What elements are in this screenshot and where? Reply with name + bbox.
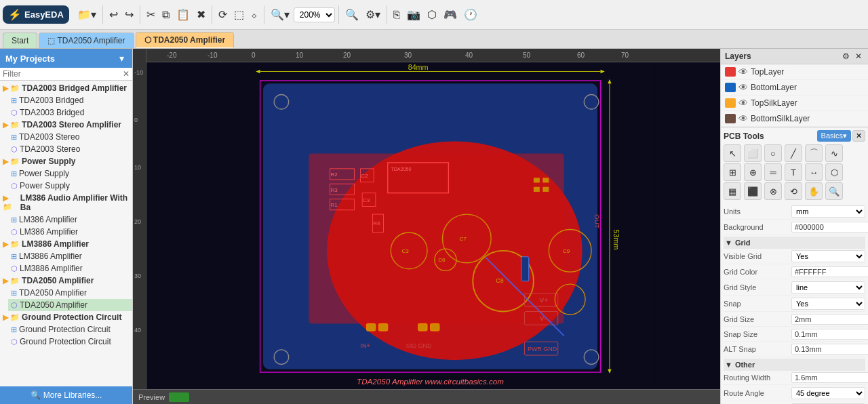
tree-item[interactable]: ⊞Power Supply [8, 167, 132, 180]
tab-tda2050-schematic[interactable]: ⬚ TDA2050 Amplifier [39, 33, 134, 48]
tool-drc[interactable]: ⬡ [825, 163, 843, 181]
export-button[interactable]: ⬡ [425, 7, 439, 22]
tab-start[interactable]: Start [3, 33, 37, 48]
align-button[interactable]: ⬦ [248, 7, 260, 22]
tool-arc[interactable]: ⌒ [805, 144, 823, 162]
tree-item[interactable]: ⊞LM386 Amplifier [8, 214, 132, 226]
tool-line[interactable]: ╱ [785, 144, 802, 162]
pcb-tools-dropdown-button[interactable]: Basics▾ [817, 130, 851, 142]
settings-button[interactable]: ⚙▾ [363, 7, 383, 22]
layer-row-top[interactable]: 👁 TopLayer [721, 64, 868, 80]
tool-track[interactable]: ═ [764, 163, 782, 181]
tab-tda2050-pcb[interactable]: ⬡ TDA2050 Amplifier [136, 32, 235, 48]
tool-hand[interactable]: ✋ [805, 182, 823, 200]
tree-item[interactable]: ⬡LM3886 Amplifier [8, 262, 132, 275]
tool-transform[interactable]: ⟲ [785, 182, 802, 200]
delete-button[interactable]: ✖ [194, 7, 208, 22]
pcb-canvas-area[interactable]: -20 -10 0 10 20 30 40 50 60 70 -10 0 10 … [133, 49, 720, 404]
tool-curve[interactable]: ∿ [825, 144, 843, 162]
layer-row-topsilk[interactable]: 👁 TopSilkLayer [721, 96, 868, 111]
paste-button[interactable]: 📋 [174, 7, 193, 22]
layers-settings-button[interactable]: ⚙ [840, 51, 852, 62]
prop-alt-snap-input[interactable] [791, 344, 868, 355]
layer-row-bottom[interactable]: 👁 BottomLayer [721, 80, 868, 96]
prop-grid-color-input[interactable] [791, 266, 868, 277]
bottomsilklayer-eye-icon[interactable]: 👁 [738, 113, 748, 124]
tree-item[interactable]: ⊞Ground Protection Circuit [8, 323, 132, 336]
topsilklayer-eye-icon[interactable]: 👁 [738, 98, 748, 108]
sidebar-menu-button[interactable]: ▾ [117, 52, 127, 65]
tool-zoom-in[interactable]: 🔍 [825, 182, 843, 200]
history-button[interactable]: 🕐 [461, 7, 480, 22]
flip-button[interactable]: ⬚ [231, 7, 247, 22]
sidebar-title: My Projects [5, 54, 55, 64]
prop-routing-width-label: Routing Width [724, 373, 791, 382]
tool-3d[interactable]: ⬛ [744, 182, 762, 200]
zoom-menu-button[interactable]: 🔍▾ [268, 7, 292, 22]
steam-button[interactable]: 🎮 [441, 7, 460, 22]
undo-button[interactable]: ↩ [106, 7, 121, 22]
tree-item-label: Power Supply [19, 169, 69, 178]
tree-item[interactable]: ▶ 📁Power Supply [0, 155, 132, 167]
more-libraries-button[interactable]: 🔍 More Libraries... [0, 386, 132, 404]
tool-copper[interactable]: ▦ [724, 182, 741, 200]
tree-item[interactable]: ▶ 📁TDA2050 Amplifier [0, 275, 132, 287]
zoom-select[interactable]: 200% 100% 150% 50% [294, 7, 335, 22]
prop-grid-style-select[interactable]: line dot [791, 281, 865, 294]
tool-text[interactable]: T [785, 163, 802, 181]
layers-close-button[interactable]: ✕ [853, 51, 864, 62]
tree-item[interactable]: ▶ 📁LM3886 Amplifier [0, 238, 132, 250]
toplayer-eye-icon[interactable]: 👁 [738, 66, 748, 77]
tool-select[interactable]: ↖ [724, 144, 741, 162]
prop-snap-size-input[interactable] [791, 329, 868, 340]
sidebar-filter-input[interactable] [3, 69, 123, 79]
filter-close-icon[interactable]: ✕ [123, 69, 130, 79]
tree-item[interactable]: ⊞LM3886 Amplifier [8, 250, 132, 262]
layer-row-bottomsilk[interactable]: 👁 BottomSilkLayer [721, 111, 868, 127]
prop-grid-size-input[interactable] [791, 314, 868, 325]
layers-header-actions: ⚙ ✕ [840, 51, 864, 62]
prop-route-angle-select[interactable]: 45 degree 90 degree Free [791, 387, 865, 399]
search-button[interactable]: 🔍 [342, 7, 361, 22]
cut-button[interactable]: ✂ [144, 7, 158, 22]
tree-item[interactable]: ⬡LM386 Amplifier [8, 226, 132, 238]
file-menu-button[interactable]: 📁▾ [75, 7, 99, 22]
prop-units-select[interactable]: mm mil inch [791, 205, 865, 218]
pcb-icon: ⬡ [11, 301, 18, 310]
prop-visible-grid-select[interactable]: Yes No [791, 250, 865, 262]
camera-button[interactable]: 📷 [404, 7, 423, 22]
copy-button[interactable]: ⧉ [159, 7, 172, 22]
tool-measure[interactable]: ↔ [805, 163, 823, 181]
tool-rect[interactable]: ⬜ [744, 144, 762, 162]
tree-item[interactable]: ⊞TDA2003 Stereo [8, 131, 132, 143]
tree-item[interactable]: ▶ 📁TDA2003 Bridged Amplifier [0, 82, 132, 94]
tool-circle[interactable]: ○ [764, 144, 782, 162]
prop-section-other[interactable]: ▼ Other [724, 359, 865, 371]
tree-item[interactable]: ⬡TDA2050 Amplifier [8, 299, 132, 311]
tree-item[interactable]: ⊞TDA2050 Amplifier [8, 287, 132, 299]
redo-button[interactable]: ↪ [122, 7, 136, 22]
tree-item[interactable]: ⊞TDA2003 Bridged [8, 94, 132, 106]
bottomlayer-eye-icon[interactable]: 👁 [738, 82, 748, 93]
prop-routing-width-input[interactable] [791, 372, 868, 383]
prop-background-input[interactable] [791, 222, 868, 233]
logo-text: EasyEDA [24, 9, 64, 20]
preview-label: Preview [138, 393, 165, 401]
prop-section-grid[interactable]: ▼ Grid [724, 237, 865, 249]
tree-item[interactable]: ⬡Ground Protection Circuit [8, 336, 132, 348]
tree-item[interactable]: ⬡TDA2003 Stereo [8, 143, 132, 155]
tree-item[interactable]: ▶ 📁LM386 Audio Amplifier With Ba [0, 192, 132, 214]
tool-pad[interactable]: ⊞ [724, 163, 741, 181]
tree-item[interactable]: ▶ 📁TDA2003 Stereo Amplifier [0, 119, 132, 131]
svg-text:84mm: 84mm [408, 63, 429, 71]
svg-text:IN+: IN+ [360, 342, 370, 349]
pcb-tools-close-button[interactable]: ✕ [852, 130, 865, 142]
tool-connect[interactable]: ⊗ [764, 182, 782, 200]
rotate-button[interactable]: ⟳ [216, 7, 230, 22]
tree-item[interactable]: ▶ 📁Ground Protection Circuit [0, 311, 132, 323]
share-button[interactable]: ⎘ [391, 7, 403, 22]
tree-item[interactable]: ⬡TDA2003 Bridged [8, 106, 132, 119]
tree-item[interactable]: ⬡Power Supply [8, 180, 132, 192]
prop-snap-select[interactable]: Yes No [791, 298, 865, 310]
tool-via[interactable]: ⊕ [744, 163, 762, 181]
